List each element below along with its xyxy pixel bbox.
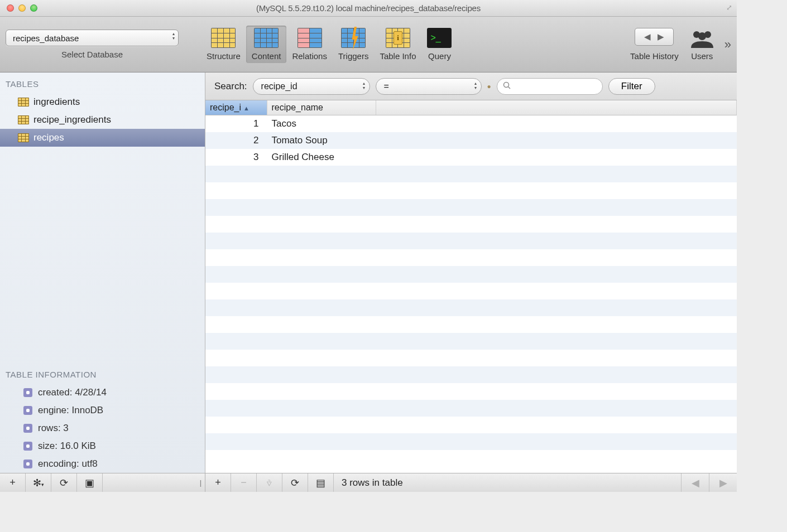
zoom-window-button[interactable] (30, 4, 37, 12)
fullscreen-icon[interactable]: ⤢ (726, 3, 732, 12)
remove-row-button[interactable]: − (231, 473, 257, 492)
stepper-arrows-icon: ▴▾ (172, 32, 175, 41)
info-bullet-icon (23, 406, 32, 415)
table-row[interactable]: 3Grilled Cheese (205, 149, 737, 166)
table-info-created: created: 4/28/14 (6, 384, 199, 402)
toolbar-triggers[interactable]: Triggers (333, 26, 374, 63)
toolbar-table-history[interactable]: ◀▶ Table History (625, 26, 684, 63)
filter-button[interactable]: Filter (608, 78, 655, 95)
cell-empty (205, 199, 267, 216)
add-row-button[interactable]: + (205, 473, 231, 492)
cell-empty (267, 182, 376, 199)
panel-toggle-icon: ▣ (85, 477, 94, 489)
empty-row (205, 283, 737, 299)
search-compound-dot-icon[interactable]: ● (487, 83, 491, 90)
toolbar-users[interactable]: Users (684, 26, 720, 63)
empty-row (205, 366, 737, 383)
cell-empty (376, 350, 737, 366)
search-operator-select[interactable]: = ▴▾ (376, 78, 482, 95)
add-table-button[interactable]: + (0, 473, 26, 492)
cell-empty (205, 266, 267, 283)
toolbar-relations[interactable]: Relations (286, 26, 333, 63)
tables-list: ingredientsrecipe_ingredientsrecipes (0, 93, 205, 147)
toolbar-table-history-label: Table History (630, 51, 679, 61)
table-icon (18, 115, 29, 124)
search-input-wrap (497, 78, 603, 95)
cell-empty (205, 166, 267, 182)
prev-page-button[interactable]: ◀ (681, 473, 709, 492)
cell-empty (205, 450, 267, 467)
history-nav-icon[interactable]: ◀▶ (635, 28, 674, 46)
console-toggle-button[interactable]: ▤ (308, 473, 334, 492)
traffic-lights (7, 4, 37, 12)
cell-recipe-name[interactable]: Tacos (267, 115, 376, 133)
window-title: (MySQL 5.5.29.t10.2) local machine/recip… (0, 3, 737, 13)
cell-recipe-id[interactable]: 3 (205, 149, 267, 166)
table-info-text: encoding: utf8 (38, 458, 98, 470)
toolbar: recipes_database ▴▾ Select Database Stru… (0, 17, 737, 72)
table-row[interactable]: 2Tomato Soup (205, 132, 737, 149)
toolbar-structure[interactable]: Structure (201, 26, 246, 63)
cell-recipe-name[interactable]: Tomato Soup (267, 132, 376, 149)
search-label: Search: (214, 81, 247, 92)
sidebar-resize-handle[interactable]: ||| (197, 479, 203, 487)
refresh-tables-button[interactable]: ⟳ (51, 473, 77, 492)
data-grid[interactable]: recipe_i▲recipe_name 1Tacos2Tomato Soup3… (205, 100, 737, 473)
column-header-spacer (376, 100, 737, 115)
search-field-select-value: recipe_id (261, 81, 297, 91)
empty-row (205, 383, 737, 400)
duplicate-row-button[interactable]: ⎀ (257, 473, 282, 492)
cell-empty (376, 433, 737, 450)
sidebar-table-ingredients[interactable]: ingredients (0, 93, 205, 111)
search-input[interactable] (514, 81, 620, 91)
pager: ◀ ▶ (681, 473, 737, 492)
toggle-table-info-button[interactable]: ▣ (77, 473, 103, 492)
next-page-button[interactable]: ▶ (709, 473, 737, 492)
users-icon (690, 28, 714, 49)
column-header-recipe_name[interactable]: recipe_name (267, 100, 376, 115)
table-info-encoding: encoding: utf8 (6, 455, 199, 473)
cell-empty (376, 283, 737, 299)
sidebar-table-recipe_ingredients[interactable]: recipe_ingredients (0, 111, 205, 129)
close-window-button[interactable] (7, 4, 14, 12)
table-information: TABLE INFORMATION created: 4/28/14engine… (0, 360, 205, 473)
stepper-arrows-icon: ▴▾ (474, 81, 477, 90)
cell-empty (205, 299, 267, 316)
cell-empty (376, 182, 737, 199)
svg-point-2 (698, 32, 706, 40)
minimize-window-button[interactable] (18, 4, 26, 12)
empty-row (205, 333, 737, 350)
cell-recipe-name[interactable]: Grilled Cheese (267, 149, 376, 166)
database-selector[interactable]: recipes_database ▴▾ (6, 30, 179, 46)
database-selector-wrap: recipes_database ▴▾ Select Database (6, 30, 179, 59)
search-field-select[interactable]: recipe_id ▴▾ (253, 78, 370, 95)
cell-empty (205, 333, 267, 350)
empty-row (205, 417, 737, 433)
cell-empty (376, 216, 737, 233)
toolbar-query[interactable]: >_ Query (421, 26, 457, 63)
column-header-recipe_i[interactable]: recipe_i▲ (205, 100, 267, 115)
relations-icon (297, 28, 322, 49)
cell-recipe-id[interactable]: 2 (205, 132, 267, 149)
toolbar-content[interactable]: Content (246, 26, 287, 63)
content-icon (254, 28, 279, 49)
cell-recipe-id[interactable]: 1 (205, 115, 267, 133)
toolbar-table-info[interactable]: i Table Info (374, 26, 421, 63)
table-info-engine: engine: InnoDB (6, 402, 199, 419)
toolbar-overflow-icon[interactable]: » (724, 37, 731, 52)
table-actions-gear-button[interactable]: ✻▾ (26, 473, 51, 492)
refresh-icon: ⟳ (60, 477, 68, 489)
cell-empty (205, 283, 267, 299)
table-info-icon: i (386, 28, 410, 49)
table-row[interactable]: 1Tacos (205, 115, 737, 133)
sidebar-table-recipes[interactable]: recipes (0, 129, 205, 147)
table-icon (18, 133, 29, 142)
stepper-arrows-icon: ▴▾ (363, 81, 365, 90)
query-icon: >_ (427, 28, 452, 49)
refresh-rows-button[interactable]: ⟳ (282, 473, 308, 492)
cell-empty (267, 450, 376, 467)
empty-row (205, 199, 737, 216)
cell-empty (267, 249, 376, 266)
cell-empty (267, 283, 376, 299)
cell-empty (205, 216, 267, 233)
